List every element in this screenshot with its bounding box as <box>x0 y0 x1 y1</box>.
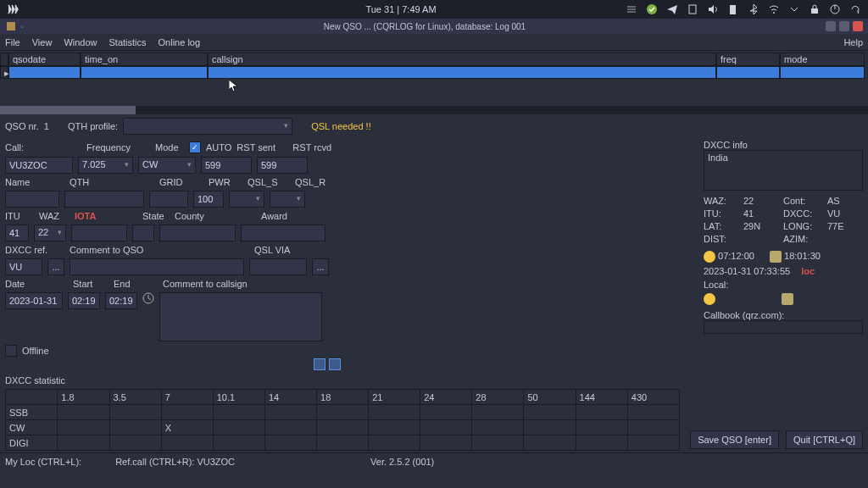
qsl-via-lookup-button[interactable]: ... <box>312 258 329 275</box>
call-input[interactable] <box>5 157 73 174</box>
start-input[interactable] <box>68 292 100 309</box>
bluetooth-icon[interactable] <box>748 3 760 15</box>
qth-label: QTH <box>70 177 154 187</box>
itu-label: ITU <box>5 211 34 221</box>
band-144: 144 <box>576 390 627 405</box>
dxcc-azim-l: AZIM: <box>783 234 826 244</box>
svg-rect-6 <box>7 22 15 30</box>
band-24: 24 <box>420 390 472 405</box>
name-input[interactable] <box>5 191 59 208</box>
qth-input[interactable] <box>64 191 144 208</box>
table-row[interactable]: ▸ <box>0 66 868 79</box>
sunset-icon-local <box>782 293 793 305</box>
qsl-needed-warning: QSL needed !! <box>311 121 371 131</box>
statusbar: My Loc (CTRL+L): Ref.call (CTRL+R): VU3Z… <box>0 452 868 469</box>
qsl-via-input[interactable] <box>249 258 307 275</box>
mode-label: Mode <box>155 142 184 152</box>
col-mode[interactable]: mode <box>780 53 865 66</box>
sun-icon-local <box>704 293 715 305</box>
date-input[interactable] <box>5 292 63 309</box>
rst-sent-input[interactable] <box>201 157 252 174</box>
iota-label: IOTA <box>75 211 137 221</box>
menu-file[interactable]: File <box>5 37 20 47</box>
waz-select[interactable]: 22 <box>34 225 66 241</box>
save-qso-button[interactable]: Save QSO [enter] <box>690 430 779 449</box>
utc-time: 2023-01-31 07:33:55 <box>704 266 790 276</box>
comment-qso-input[interactable] <box>70 258 244 275</box>
qsl-r-select[interactable] <box>270 191 305 208</box>
pwr-input[interactable] <box>193 191 224 208</box>
qsl-s-select[interactable] <box>229 191 264 208</box>
minimize-button[interactable] <box>826 21 836 31</box>
dxcc-ref-input[interactable] <box>5 258 42 275</box>
band-21: 21 <box>369 390 420 405</box>
row-marker-header <box>0 53 8 66</box>
itu-input[interactable] <box>5 225 29 241</box>
telegram-icon[interactable] <box>666 3 678 15</box>
col-time-on[interactable]: time_on <box>81 53 208 66</box>
menu-icon[interactable] <box>626 3 637 15</box>
hscrollbar[interactable] <box>0 106 868 114</box>
state-label: State <box>142 211 170 221</box>
clipboard-icon[interactable] <box>687 3 698 15</box>
dxcc-stat-table: 1.8 3.5 7 10.1 14 18 21 24 28 50 144 430… <box>5 389 680 451</box>
clock[interactable]: Tue 31 | 7:49 AM <box>176 4 626 14</box>
frequency-label: Frequency <box>86 142 150 152</box>
dxcc-cont-l: Cont: <box>783 196 826 206</box>
award-label: Award <box>261 211 287 221</box>
sunrise-time: 07:12:00 <box>718 251 754 261</box>
lock-icon[interactable] <box>809 3 821 15</box>
col-callsign[interactable]: callsign <box>208 53 716 66</box>
kde-logo-icon[interactable] <box>7 3 19 15</box>
loc-flag: loc <box>801 266 815 276</box>
power-icon[interactable] <box>829 3 841 15</box>
col-freq[interactable]: freq <box>716 53 780 66</box>
grid-input[interactable] <box>149 191 188 208</box>
band-430: 430 <box>627 390 679 405</box>
chevron-down-icon[interactable] <box>788 3 800 15</box>
volume-icon[interactable] <box>707 3 719 15</box>
tool-icon-1[interactable] <box>314 358 326 370</box>
comment-call-textarea[interactable] <box>159 292 322 341</box>
menu-window[interactable]: Window <box>64 37 97 47</box>
menu-statistics[interactable]: Statistics <box>109 37 147 47</box>
dxcc-info-title: DXCC info <box>704 140 863 150</box>
qth-profile-select[interactable] <box>123 118 292 135</box>
state-input[interactable] <box>132 225 154 241</box>
iota-input[interactable] <box>71 225 127 241</box>
mode-select[interactable]: CW <box>138 157 196 174</box>
dxcc-cont: AS <box>827 196 861 206</box>
tool-icon-2[interactable] <box>329 358 341 370</box>
quit-button[interactable]: Quit [CTRL+Q] <box>786 430 863 449</box>
clock-icon[interactable] <box>142 292 154 304</box>
maximize-button[interactable] <box>839 21 849 31</box>
auto-checkbox[interactable]: ✓ <box>189 141 201 153</box>
dxcc-dxcc-l: DXCC: <box>783 208 826 219</box>
dxcc-dist-l: DIST: <box>704 234 742 244</box>
end-input[interactable] <box>105 292 137 309</box>
auto-label: AUTO <box>206 142 231 152</box>
frequency-select[interactable]: 7.025 <box>78 157 133 174</box>
menu-view[interactable]: View <box>32 37 53 47</box>
band-50: 50 <box>524 390 576 405</box>
band-7: 7 <box>161 390 213 405</box>
menu-online[interactable]: Online log <box>159 37 201 47</box>
dxcc-country: India <box>708 152 728 163</box>
qth-profile-label: QTH profile: <box>68 121 118 131</box>
award-input[interactable] <box>241 225 326 241</box>
offline-checkbox[interactable] <box>5 345 17 357</box>
refresh-icon[interactable] <box>849 3 861 15</box>
wifi-icon[interactable] <box>768 3 780 15</box>
local-label: Local: <box>704 280 863 290</box>
qsl-via-label: QSL VIA <box>254 245 290 255</box>
qsl-r-label: QSL_R <box>295 177 326 187</box>
menu-help[interactable]: Help <box>843 37 863 47</box>
close-button[interactable] <box>853 21 863 31</box>
band-14: 14 <box>264 390 316 405</box>
dxcc-lookup-button[interactable]: ... <box>47 258 64 275</box>
battery-icon[interactable] <box>727 3 739 15</box>
shield-check-icon[interactable] <box>646 3 658 15</box>
rst-rcvd-input[interactable] <box>257 157 308 174</box>
county-input[interactable] <box>159 225 236 241</box>
col-qsodate[interactable]: qsodate <box>8 53 81 66</box>
